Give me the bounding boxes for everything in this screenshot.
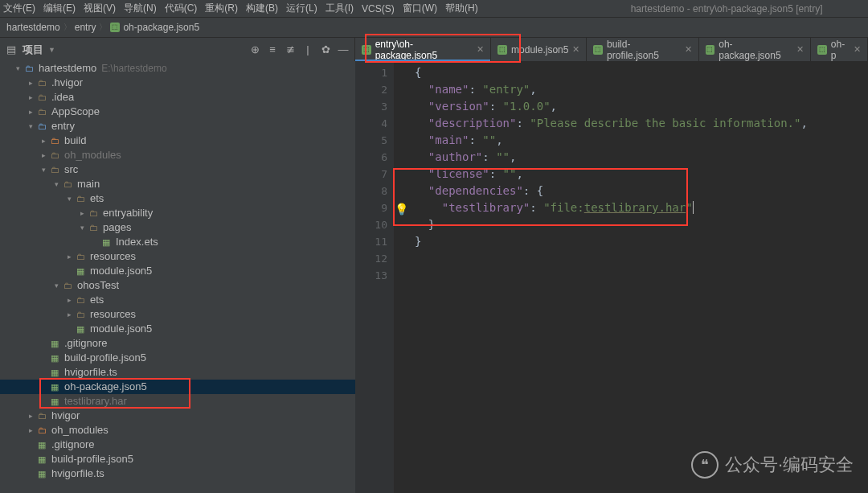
tree-row[interactable]: ▾🗀hartestdemoE:\hartestdemo bbox=[0, 61, 355, 76]
breadcrumb-item[interactable]: oh-package.json5 bbox=[123, 22, 199, 33]
tree-row[interactable]: ▸🗀ets bbox=[0, 293, 355, 307]
editor-tab[interactable]: ⬚oh-package.json5✕ bbox=[699, 38, 812, 61]
chevron-down-icon[interactable]: ▾ bbox=[39, 162, 48, 177]
close-icon[interactable]: ✕ bbox=[854, 44, 861, 55]
tree-row[interactable]: ▸🗀hvigor bbox=[0, 409, 355, 423]
tree-row[interactable]: ▾🗀ets bbox=[0, 191, 355, 206]
tree-row[interactable]: ▸🗀build bbox=[0, 134, 355, 148]
project-panel-label[interactable]: 项目 bbox=[23, 43, 43, 57]
tree-row[interactable]: ▸🗀.hvigor bbox=[0, 76, 355, 90]
code-line[interactable]: "name": "entry", bbox=[415, 81, 868, 98]
code-line[interactable]: "main": "", bbox=[415, 132, 868, 149]
tree-row[interactable]: ▸🗀resources bbox=[0, 249, 355, 264]
code-line[interactable]: "version": "1.0.0", bbox=[415, 98, 868, 115]
menu-code[interactable]: 代码(C) bbox=[165, 2, 198, 15]
tree-row[interactable]: ▦build-profile.json5 bbox=[0, 351, 355, 365]
code-area[interactable]: { "name": "entry", "version": "1.0.0", "… bbox=[394, 61, 868, 493]
chevron-right-icon[interactable]: ▸ bbox=[64, 307, 74, 322]
tree-row[interactable]: ▦build-profile.json5 bbox=[0, 452, 355, 466]
menu-vcs[interactable]: VCS(S) bbox=[362, 3, 395, 14]
chevron-down-icon[interactable]: ▾ bbox=[26, 119, 35, 134]
tree-row[interactable]: ▦module.json5 bbox=[0, 322, 355, 336]
folder-icon: 🗀 bbox=[61, 178, 74, 191]
target-icon[interactable]: ⊕ bbox=[248, 43, 261, 55]
chevron-right-icon[interactable]: ▸ bbox=[26, 90, 35, 105]
tree-row[interactable]: ▦.gitignore bbox=[0, 336, 355, 351]
breadcrumb-item[interactable]: hartestdemo bbox=[6, 22, 60, 33]
code-line[interactable]: } bbox=[415, 233, 868, 250]
close-icon[interactable]: ✕ bbox=[477, 44, 484, 55]
project-view-icon[interactable]: ▤ bbox=[5, 43, 18, 55]
chevron-down-icon[interactable]: ▾ bbox=[51, 177, 61, 191]
tree-row-label: .idea bbox=[51, 90, 74, 105]
chevron-right-icon[interactable]: ▸ bbox=[26, 105, 35, 119]
chevron-down-icon[interactable]: ▾ bbox=[51, 278, 61, 293]
tree-row[interactable]: ▦hvigorfile.ts bbox=[0, 466, 355, 481]
code-line[interactable]: } bbox=[415, 216, 868, 233]
chevron-down-icon[interactable]: ▾ bbox=[64, 191, 74, 206]
code-line[interactable]: { bbox=[415, 64, 868, 81]
tree-row[interactable]: ▾🗀main bbox=[0, 177, 355, 191]
tree-row[interactable]: ▸🗀resources bbox=[0, 307, 355, 322]
chevron-right-icon[interactable]: ▸ bbox=[39, 148, 48, 162]
code-line[interactable]: "testlibrary": "file:testlibrary.har" bbox=[415, 199, 868, 216]
editor-tab-label: build-profile.json5 bbox=[607, 39, 680, 61]
breadcrumb-item[interactable]: entry bbox=[75, 22, 96, 33]
chevron-right-icon[interactable]: ▸ bbox=[77, 206, 87, 220]
editor-tab[interactable]: ⬚entry\oh-package.json5✕ bbox=[355, 38, 491, 61]
tree-row[interactable]: ▦Index.ets bbox=[0, 235, 355, 249]
hide-icon[interactable]: — bbox=[337, 43, 350, 55]
code-line[interactable]: "dependencies": { bbox=[415, 183, 868, 199]
code-line[interactable]: "author": "", bbox=[415, 149, 868, 166]
menu-window[interactable]: 窗口(W) bbox=[403, 2, 437, 15]
tree-row[interactable]: ▾🗀pages bbox=[0, 220, 355, 235]
tree-row[interactable]: ▸🗀oh_modules bbox=[0, 423, 355, 438]
code-line[interactable]: "description": "Please describe the basi… bbox=[415, 115, 868, 132]
collapse-icon[interactable]: ≡ bbox=[266, 43, 279, 55]
expand-icon[interactable]: ≢ bbox=[284, 43, 297, 55]
tree-row[interactable]: ▾🗀src bbox=[0, 162, 355, 177]
chevron-down-icon[interactable]: ▾ bbox=[77, 220, 87, 235]
chevron-right-icon[interactable]: ▸ bbox=[64, 293, 74, 307]
menu-build[interactable]: 构建(B) bbox=[246, 2, 278, 15]
project-tree[interactable]: ▾🗀hartestdemoE:\hartestdemo▸🗀.hvigor▸🗀.i… bbox=[0, 61, 355, 493]
tree-row[interactable]: ▸🗀AppScope bbox=[0, 105, 355, 119]
menu-run[interactable]: 运行(L) bbox=[286, 2, 317, 15]
tree-row[interactable]: ▦oh-package.json5 bbox=[0, 380, 355, 394]
menu-file[interactable]: 文件(E) bbox=[3, 2, 35, 15]
chevron-right-icon[interactable]: ▸ bbox=[39, 134, 48, 148]
tree-row[interactable]: ▸🗀.idea bbox=[0, 90, 355, 105]
close-icon[interactable]: ✕ bbox=[572, 44, 579, 55]
settings-icon[interactable]: ✿ bbox=[319, 43, 332, 55]
tree-row[interactable]: ▸🗀entryability bbox=[0, 206, 355, 220]
chevron-right-icon[interactable]: ▸ bbox=[26, 409, 35, 423]
chevron-right-icon[interactable]: ▸ bbox=[64, 249, 74, 264]
tree-row[interactable]: ▦hvigorfile.ts bbox=[0, 365, 355, 380]
editor-tab[interactable]: ⬚oh-p✕ bbox=[811, 38, 868, 61]
menu-tools[interactable]: 工具(I) bbox=[326, 2, 354, 15]
chevron-down-icon[interactable]: ▼ bbox=[48, 46, 55, 54]
close-icon[interactable]: ✕ bbox=[685, 44, 692, 55]
menu-edit[interactable]: 编辑(E) bbox=[43, 2, 76, 15]
menu-help[interactable]: 帮助(H) bbox=[445, 2, 478, 15]
menu-nav[interactable]: 导航(N) bbox=[124, 2, 157, 15]
tree-row[interactable]: ▾🗀ohosTest bbox=[0, 278, 355, 293]
tree-row[interactable]: ▸🗀oh_modules bbox=[0, 148, 355, 162]
tree-row[interactable]: ▦.gitignore bbox=[0, 438, 355, 452]
file-icon: ▦ bbox=[48, 366, 61, 379]
code-line[interactable]: "license": "", bbox=[415, 166, 868, 183]
chevron-down-icon[interactable]: ▾ bbox=[13, 61, 23, 76]
editor-tab[interactable]: ⬚module.json5✕ bbox=[491, 38, 587, 61]
tree-row[interactable]: ▦testlibrary.har bbox=[0, 394, 355, 409]
chevron-right-icon[interactable]: ▸ bbox=[26, 76, 35, 90]
divider-icon: | bbox=[301, 43, 314, 55]
line-number: 11 bbox=[355, 233, 387, 250]
chevron-right-icon[interactable]: ▸ bbox=[26, 423, 35, 438]
menu-view[interactable]: 视图(V) bbox=[84, 2, 116, 15]
editor-pane[interactable]: 💡 12345678910111213 { "name": "entry", "… bbox=[355, 61, 868, 493]
close-icon[interactable]: ✕ bbox=[796, 44, 804, 55]
tree-row[interactable]: ▦module.json5 bbox=[0, 264, 355, 278]
editor-tab[interactable]: ⬚build-profile.json5✕ bbox=[587, 38, 698, 61]
menu-refactor[interactable]: 重构(R) bbox=[205, 2, 238, 15]
tree-row[interactable]: ▾🗀entry bbox=[0, 119, 355, 134]
